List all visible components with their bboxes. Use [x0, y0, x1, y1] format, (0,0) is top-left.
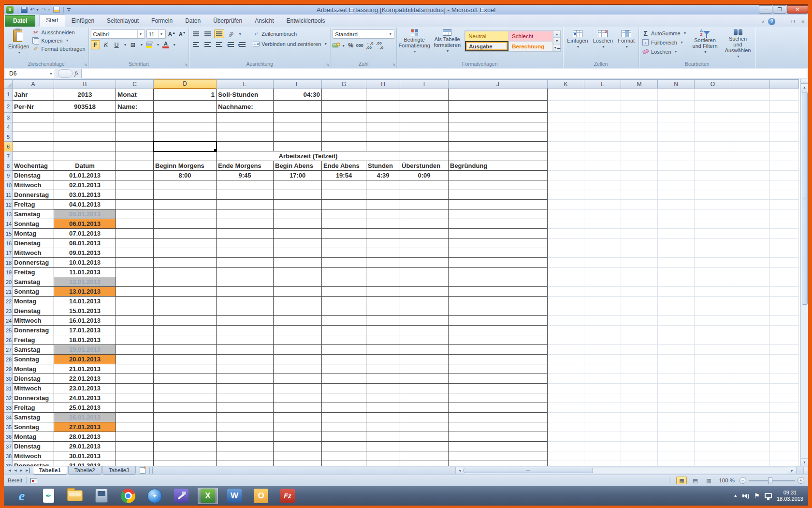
cell-D37[interactable] — [154, 442, 217, 451]
cell-F17[interactable] — [274, 248, 322, 258]
print-table-icon[interactable] — [53, 7, 60, 13]
cell-B8[interactable]: Datum — [54, 161, 116, 171]
cell-A12[interactable]: Freitag — [13, 200, 54, 209]
cell-P25[interactable] — [731, 326, 770, 335]
cell-J35[interactable] — [449, 422, 548, 432]
cell-B28[interactable]: 20.01.2013 — [54, 355, 116, 364]
cell-K3[interactable] — [548, 113, 584, 122]
cell-I30[interactable] — [400, 374, 449, 384]
cell-F36[interactable] — [274, 432, 322, 442]
cell-H18[interactable] — [366, 258, 400, 268]
cell-P32[interactable] — [731, 393, 770, 403]
cell-B21[interactable]: 13.01.2013 — [54, 287, 116, 297]
copy-button[interactable]: Kopieren▼ — [31, 36, 86, 45]
cell-E13[interactable] — [217, 209, 274, 219]
cell-I33[interactable] — [400, 403, 449, 413]
cell-O22[interactable] — [695, 297, 731, 306]
cell-A35[interactable]: Sonntag — [13, 422, 54, 432]
cell-E28[interactable] — [217, 355, 274, 364]
cell-E22[interactable] — [217, 297, 274, 306]
cell-I37[interactable] — [400, 442, 449, 451]
cell-G2[interactable] — [322, 101, 366, 113]
cell-L19[interactable] — [584, 268, 621, 277]
cell-C7[interactable] — [116, 151, 154, 161]
cell-P2[interactable] — [731, 101, 770, 113]
cell-D21[interactable] — [154, 287, 217, 297]
cell-O12[interactable] — [695, 200, 731, 209]
cell-E10[interactable] — [217, 180, 274, 190]
last-sheet-icon[interactable]: ► — [25, 468, 30, 473]
cell-D2[interactable] — [154, 101, 217, 113]
cell-M11[interactable] — [621, 190, 658, 200]
cell-C12[interactable] — [116, 200, 154, 209]
cell-M7[interactable] — [621, 151, 658, 161]
cell-C34[interactable] — [116, 413, 154, 422]
cell-Q27[interactable] — [770, 345, 799, 355]
row-header-11[interactable]: 11 — [4, 190, 13, 200]
cell-L9[interactable] — [584, 171, 621, 180]
cell-H34[interactable] — [366, 413, 400, 422]
cell-M39[interactable] — [621, 461, 658, 466]
cell-I39[interactable] — [400, 461, 449, 466]
cell-D36[interactable] — [154, 432, 217, 442]
cell-A29[interactable]: Montag — [13, 364, 54, 374]
cell-E34[interactable] — [217, 413, 274, 422]
cell-A26[interactable]: Freitag — [13, 335, 54, 345]
increase-decimal-icon[interactable]: ←,0,00 — [366, 41, 374, 50]
prev-sheet-icon[interactable]: ◄ — [14, 468, 17, 473]
cell-B31[interactable]: 23.01.2013 — [54, 384, 116, 393]
cell-E7[interactable]: Arbeitszeit (Teilzeit) — [217, 151, 400, 161]
cell-J2[interactable] — [449, 101, 548, 113]
cell-N34[interactable] — [658, 413, 695, 422]
cell-P4[interactable] — [731, 122, 770, 132]
cell-N24[interactable] — [658, 316, 695, 326]
cell-J31[interactable] — [449, 384, 548, 393]
cell-O30[interactable] — [695, 374, 731, 384]
cell-J26[interactable] — [449, 335, 548, 345]
row-header-35[interactable]: 35 — [4, 422, 13, 432]
cell-G1[interactable] — [322, 89, 366, 101]
cell-E38[interactable] — [217, 451, 274, 461]
cell-B12[interactable]: 04.01.2013 — [54, 200, 116, 209]
cell-G19[interactable] — [322, 268, 366, 277]
cell-D20[interactable] — [154, 277, 217, 287]
cell-Q22[interactable] — [770, 297, 799, 306]
cell-N15[interactable] — [658, 229, 695, 239]
cell-Q28[interactable] — [770, 355, 799, 364]
cell-M31[interactable] — [621, 384, 658, 393]
row-header-12[interactable]: 12 — [4, 200, 13, 209]
cell-Q3[interactable] — [770, 113, 799, 122]
cell-A34[interactable]: Samstag — [13, 413, 54, 422]
cell-J17[interactable] — [449, 248, 548, 258]
cell-N19[interactable] — [658, 268, 695, 277]
cell-G6[interactable] — [322, 142, 366, 151]
cell-L32[interactable] — [584, 393, 621, 403]
cell-A17[interactable]: Mittwoch — [13, 248, 54, 258]
row-header-7[interactable]: 7 — [4, 151, 13, 161]
underline-button[interactable]: U — [112, 40, 121, 49]
cell-I20[interactable] — [400, 277, 449, 287]
cell-J11[interactable] — [449, 190, 548, 200]
cell-G35[interactable] — [322, 422, 366, 432]
column-header-M[interactable]: M — [621, 80, 658, 89]
cell-L34[interactable] — [584, 413, 621, 422]
cell-H13[interactable] — [366, 209, 400, 219]
cell-C31[interactable] — [116, 384, 154, 393]
font-family-select[interactable]: Calibri▼ — [91, 30, 145, 39]
gallery-more-icon[interactable]: ▼▬ — [553, 45, 560, 51]
cell-N9[interactable] — [658, 171, 695, 180]
first-sheet-icon[interactable]: ◄ — [7, 468, 12, 473]
cell-O3[interactable] — [695, 113, 731, 122]
cell-A9[interactable]: Dienstag — [13, 171, 54, 180]
column-header-O[interactable]: O — [695, 80, 731, 89]
cell-O10[interactable] — [695, 180, 731, 190]
cell-O29[interactable] — [695, 364, 731, 374]
cell-B9[interactable]: 01.01.2013 — [54, 171, 116, 180]
cell-K12[interactable] — [548, 200, 584, 209]
cell-E26[interactable] — [217, 335, 274, 345]
cell-H3[interactable] — [366, 113, 400, 122]
cell-N22[interactable] — [658, 297, 695, 306]
zoom-out-icon[interactable]: − — [740, 477, 746, 484]
cell-K20[interactable] — [548, 277, 584, 287]
cell-K32[interactable] — [548, 393, 584, 403]
